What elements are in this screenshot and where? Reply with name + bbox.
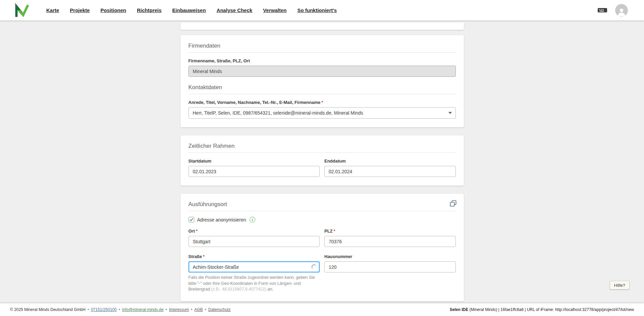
enddatum-label: Enddatum xyxy=(324,159,456,164)
top-navbar: Karte Projekte Positionen Richtpreis Ein… xyxy=(0,0,644,20)
page-footer: © 2025 Mineral Minds Deutschland GmbH • … xyxy=(0,303,644,316)
ort-label-text: Ort xyxy=(189,229,195,234)
contact-select-value: Herr, TitelP, Selen, IDE, 0987/654321, s… xyxy=(193,110,363,116)
divider xyxy=(189,94,456,94)
strasse-label-text: Straße xyxy=(189,254,202,259)
strasse-input[interactable] xyxy=(189,261,320,272)
ort-input[interactable] xyxy=(189,236,320,247)
nav-item-projekte[interactable]: Projekte xyxy=(70,7,90,13)
nav-item-so-funktionierts[interactable]: So funktioniert's xyxy=(297,7,337,13)
nav-item-richtpreis[interactable]: Richtpreis xyxy=(137,7,161,13)
debug-info-bold: Selen IDE xyxy=(450,307,468,312)
footer-phone-link[interactable]: 07151/250100 xyxy=(91,307,117,312)
footer-agb-link[interactable]: AGB xyxy=(194,307,203,312)
copy-icon[interactable] xyxy=(450,200,457,208)
divider xyxy=(189,211,456,211)
nav-item-einbauweisen[interactable]: Einbauweisen xyxy=(172,7,206,13)
contact-select[interactable]: Herr, TitelP, Selen, IDE, 0987/654321, s… xyxy=(189,107,456,119)
plz-label: PLZ* xyxy=(324,229,456,234)
required-marker: * xyxy=(321,100,323,105)
help-button[interactable]: Hilfe? xyxy=(610,281,630,290)
footer-separator: • xyxy=(88,307,89,312)
company-label: Firmenname, Straße, PLZ, Ort xyxy=(189,58,456,63)
info-icon[interactable]: i xyxy=(250,217,255,223)
user-avatar-icon[interactable] xyxy=(615,4,628,17)
divider xyxy=(189,52,456,53)
kontaktdaten-title: Kontaktdaten xyxy=(189,84,456,91)
helper-suffix-text: an. xyxy=(266,287,273,292)
firmendaten-title: Firmendaten xyxy=(189,43,456,49)
plz-input[interactable] xyxy=(324,236,456,247)
nav-item-analyse-check[interactable]: Analyse Check xyxy=(217,7,253,13)
divider xyxy=(189,152,456,153)
required-marker: * xyxy=(196,229,198,234)
ort-label: Ort* xyxy=(189,229,320,234)
startdatum-input[interactable] xyxy=(189,166,320,177)
ausfuehrungsort-title: Ausführungsort xyxy=(189,201,456,208)
footer-email-link[interactable]: info@mineral-minds.de xyxy=(122,307,164,312)
app-logo-icon[interactable] xyxy=(14,3,29,18)
debug-info-text: Selen IDE (Mineral Minds) | 16fae1ffc6a6… xyxy=(450,307,634,312)
contact-label: Anrede, Titel, Vorname, Nachname, Tel.-N… xyxy=(189,100,456,105)
copyright-text: © 2025 Mineral Minds Deutschland GmbH xyxy=(10,307,86,312)
strasse-label: Straße* xyxy=(189,254,320,259)
footer-separator: • xyxy=(119,307,120,312)
navbar-right-actions xyxy=(597,4,628,17)
footer-separator: • xyxy=(191,307,192,312)
enddatum-input[interactable] xyxy=(324,166,456,177)
debug-info-rest: (Mineral Minds) | 16fae1ffc6a6 | URL of … xyxy=(468,307,634,312)
zeitraum-title: Zeitlicher Rahmen xyxy=(189,143,456,149)
card-ausfuehrungsort: Ausführungsort Adresse anonymisieren i O… xyxy=(180,194,464,301)
startdatum-label: Startdatum xyxy=(189,159,320,164)
chevron-down-icon xyxy=(448,112,452,114)
nav-item-karte[interactable]: Karte xyxy=(46,7,59,13)
hausnummer-input[interactable] xyxy=(324,261,456,272)
nav-item-positionen[interactable]: Positionen xyxy=(101,7,126,13)
card-zeitlicher-rahmen: Zeitlicher Rahmen Startdatum Enddatum xyxy=(180,135,464,186)
main-navigation: Karte Projekte Positionen Richtpreis Ein… xyxy=(46,7,337,13)
anonymize-label[interactable]: Adresse anonymisieren xyxy=(197,217,246,223)
required-marker: * xyxy=(334,229,335,234)
page-content: Firmendaten Firmenname, Straße, PLZ, Ort… xyxy=(0,0,644,316)
plz-label-text: PLZ xyxy=(324,229,333,234)
hausnummer-label: Hausnummer xyxy=(324,254,456,259)
helper-example-text: (z.B.: 48.8115607,9.4077422) xyxy=(211,287,266,292)
anonymize-checkbox[interactable] xyxy=(189,217,194,223)
strasse-helper-text: Falls die Position keiner Straße zugeord… xyxy=(189,275,320,293)
footer-separator: • xyxy=(166,307,167,312)
server-icon[interactable] xyxy=(597,6,608,14)
footer-impressum-link[interactable]: Impressum xyxy=(169,307,189,312)
nav-item-verwalten[interactable]: Verwalten xyxy=(263,7,286,13)
card-firmendaten: Firmendaten Firmenname, Straße, PLZ, Ort… xyxy=(180,35,464,127)
footer-separator: • xyxy=(205,307,206,312)
loading-spinner-icon xyxy=(312,264,317,269)
previous-card-cutoff xyxy=(180,22,464,30)
company-input xyxy=(189,66,456,77)
footer-datenschutz-link[interactable]: Datenschutz xyxy=(208,307,231,312)
required-marker: * xyxy=(203,254,205,259)
contact-label-text: Anrede, Titel, Vorname, Nachname, Tel.-N… xyxy=(189,100,321,105)
